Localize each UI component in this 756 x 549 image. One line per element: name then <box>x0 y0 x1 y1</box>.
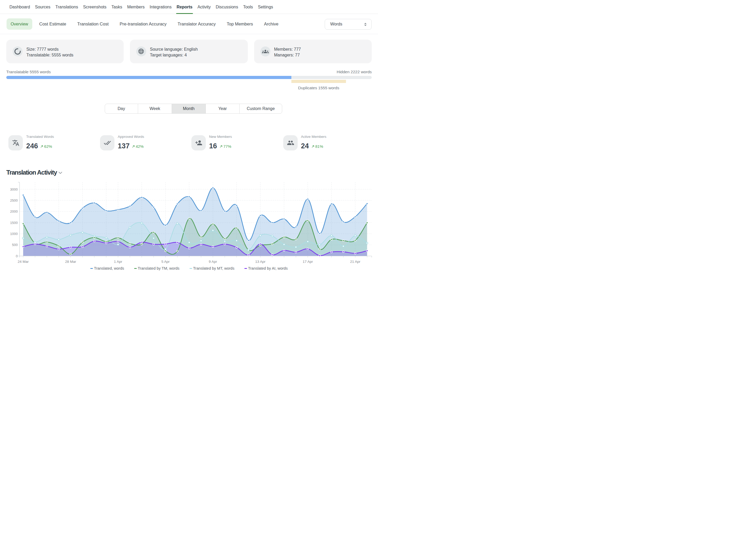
svg-text:2500: 2500 <box>10 198 18 202</box>
svg-text:21 Apr: 21 Apr <box>350 260 361 264</box>
svg-text:1500: 1500 <box>10 221 18 225</box>
svg-text:1 Apr: 1 Apr <box>114 260 122 264</box>
svg-text:5 Apr: 5 Apr <box>161 260 170 264</box>
svg-text:2000: 2000 <box>10 210 18 213</box>
svg-text:3000: 3000 <box>10 187 18 191</box>
svg-text:24 Mar: 24 Mar <box>18 260 29 264</box>
svg-text:17 Apr: 17 Apr <box>303 260 313 264</box>
svg-text:0: 0 <box>16 254 18 258</box>
svg-text:28 Mar: 28 Mar <box>65 260 76 264</box>
svg-text:1000: 1000 <box>10 232 18 236</box>
svg-text:500: 500 <box>12 243 18 247</box>
svg-text:9 Apr: 9 Apr <box>209 260 217 264</box>
svg-text:13 Apr: 13 Apr <box>255 260 266 264</box>
